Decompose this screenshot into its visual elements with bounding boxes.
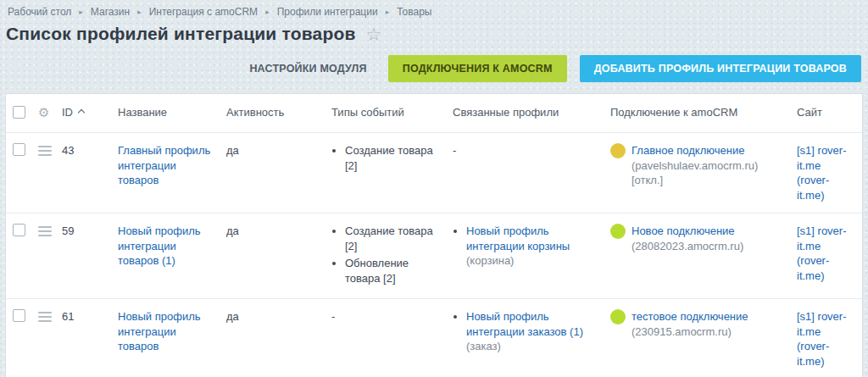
related-profile-suffix: (корзина): [466, 254, 514, 267]
select-all-checkbox[interactable]: [13, 106, 25, 119]
related-profiles-empty: -: [446, 133, 604, 213]
profiles-panel: ⚙ ID Название Активность Типы событий Св…: [5, 93, 863, 377]
connection-status-dot: [610, 224, 626, 239]
breadcrumb: Рабочий стол ▸ Магазин ▸ Интеграция с am…: [0, 0, 868, 18]
row-active: да: [220, 299, 325, 377]
profiles-table: ⚙ ID Название Активность Типы событий Св…: [6, 94, 862, 377]
connection-name-link[interactable]: тестовое подключение: [632, 310, 748, 323]
row-actions-menu-icon[interactable]: [38, 309, 52, 324]
related-profile-link[interactable]: Новый профиль интеграции заказов (1): [466, 310, 583, 338]
module-settings-button[interactable]: НАСТРОЙКИ МОДУЛЯ: [241, 56, 375, 81]
event-type-item: Создание товара [2]: [345, 143, 439, 173]
row-id: 43: [55, 133, 111, 213]
column-header-events[interactable]: Типы событий: [325, 94, 446, 133]
row-actions-menu-icon[interactable]: [38, 143, 52, 158]
table-row: 59 Новый профиль интеграции товаров (1) …: [6, 213, 862, 299]
row-actions-menu-icon[interactable]: [38, 224, 52, 239]
related-profile-link[interactable]: Новый профиль интеграции корзины: [466, 225, 570, 252]
connection-status-note: [откл.]: [632, 174, 663, 186]
favorite-star-icon[interactable]: ☆: [366, 25, 382, 43]
breadcrumb-item-products[interactable]: Товары: [397, 6, 431, 18]
connection-status-dot: [610, 309, 626, 324]
breadcrumb-item-integration-profiles[interactable]: Профили интеграции: [277, 6, 378, 18]
breadcrumb-separator-icon: ▸: [386, 8, 390, 16]
row-active: да: [220, 133, 325, 213]
connection-domain: (28082023.amocrm.ru): [632, 240, 743, 252]
breadcrumb-item-desktop[interactable]: Рабочий стол: [8, 6, 71, 18]
profile-name-link[interactable]: Новый профиль интеграции товаров (1): [118, 225, 201, 267]
add-integration-profile-button[interactable]: ДОБАВИТЬ ПРОФИЛЬ ИНТЕГРАЦИИ ТОВАРОВ: [580, 55, 861, 82]
connection-cell: тестовое подключение (230915.amocrm.ru): [610, 309, 783, 339]
column-header-id[interactable]: ID: [55, 94, 111, 133]
column-header-related[interactable]: Связанные профили: [446, 94, 604, 133]
connection-name-link[interactable]: Новое подключение: [632, 225, 735, 237]
event-types-empty: -: [325, 299, 446, 377]
event-type-item: Обновление товара [2]: [345, 256, 439, 286]
breadcrumb-separator-icon: ▸: [137, 8, 142, 16]
row-id: 59: [55, 213, 111, 299]
column-header-connection[interactable]: Подключение к amoCRM: [604, 94, 790, 133]
toolbar: НАСТРОЙКИ МОДУЛЯ ПОДКЛЮЧЕНИЯ К AMOCRM ДО…: [0, 44, 868, 93]
table-header-row: ⚙ ID Название Активность Типы событий Св…: [6, 94, 862, 133]
table-row: 43 Главный профиль интеграции товаров да…: [6, 133, 862, 213]
breadcrumb-separator-icon: ▸: [79, 8, 83, 16]
breadcrumb-item-shop[interactable]: Магазин: [91, 6, 130, 18]
row-checkbox[interactable]: [13, 143, 25, 156]
column-header-name[interactable]: Название: [111, 94, 220, 133]
breadcrumb-separator-icon: ▸: [265, 8, 270, 16]
table-settings-gear-icon[interactable]: ⚙: [38, 105, 49, 119]
connection-name-link[interactable]: Главное подключение: [632, 144, 744, 157]
row-checkbox[interactable]: [13, 224, 25, 236]
related-profile-item: Новый профиль интеграции корзины (корзин…: [466, 224, 597, 269]
event-type-item: Создание товара [2]: [345, 224, 439, 253]
breadcrumb-item-amocrm-integration[interactable]: Интеграция с amoCRM: [149, 6, 258, 18]
profile-name-link[interactable]: Главный профиль интеграции товаров: [118, 144, 210, 186]
row-active: да: [220, 213, 325, 299]
sort-ascending-icon: [78, 109, 85, 116]
connection-domain: (pavelshulaev.amocrm.ru): [632, 159, 758, 172]
connection-cell: Новое подключение (28082023.amocrm.ru): [610, 224, 783, 253]
connection-status-dot: [610, 143, 626, 158]
amocrm-connections-button[interactable]: ПОДКЛЮЧЕНИЯ К AMOCRM: [388, 55, 567, 82]
site-link[interactable]: [s1] rover-it.me (rover-it.me): [797, 143, 855, 202]
page-title: Список профилей интеграции товаров: [6, 24, 356, 44]
table-row: 61 Новый профиль интеграции товаров да -…: [6, 299, 862, 377]
connection-cell: Главное подключение (pavelshulaev.amocrm…: [610, 143, 783, 188]
profile-name-link[interactable]: Новый профиль интеграции товаров: [118, 310, 201, 352]
related-profile-suffix: (заказ): [466, 340, 501, 352]
site-link[interactable]: [s1] rover-it.me (rover-it.me): [797, 309, 855, 369]
row-checkbox[interactable]: [13, 309, 25, 322]
related-profile-item: Новый профиль интеграции заказов (1) (за…: [466, 309, 597, 354]
connection-domain: (230915.amocrm.ru): [632, 325, 732, 338]
column-header-active[interactable]: Активность: [220, 94, 325, 133]
site-link[interactable]: [s1] rover-it.me (rover-it.me): [797, 224, 855, 283]
row-id: 61: [55, 299, 111, 377]
column-header-site[interactable]: Сайт: [790, 94, 862, 133]
